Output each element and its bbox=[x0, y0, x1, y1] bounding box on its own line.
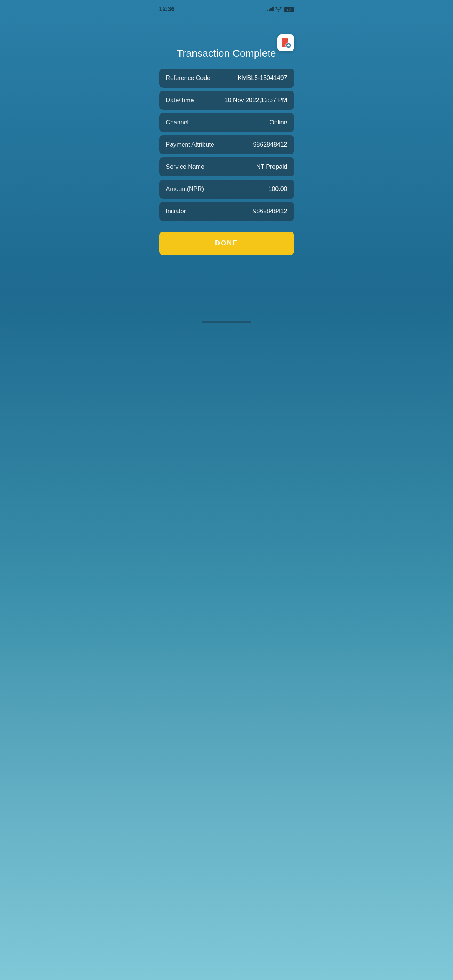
table-row: Reference Code KMBL5-15041497 bbox=[159, 69, 294, 88]
table-row: Service Name NT Prepaid bbox=[159, 157, 294, 176]
detail-value-service-name: NT Prepaid bbox=[256, 163, 287, 170]
detail-value-payment-attribute: 9862848412 bbox=[253, 141, 287, 148]
done-button[interactable]: DONE bbox=[159, 232, 294, 255]
detail-value-channel: Online bbox=[269, 119, 287, 126]
detail-label-amount: Amount(NPR) bbox=[166, 186, 204, 193]
detail-label-reference: Reference Code bbox=[166, 75, 211, 82]
detail-value-initiator: 9862848412 bbox=[253, 208, 287, 215]
table-row: Date/Time 10 Nov 2022,12:37 PM bbox=[159, 91, 294, 110]
battery-icon: 73 bbox=[284, 7, 294, 12]
detail-label-initiator: Initiator bbox=[166, 208, 186, 215]
wifi-icon bbox=[275, 7, 282, 12]
table-row: Initiator 9862848412 bbox=[159, 202, 294, 221]
detail-label-datetime: Date/Time bbox=[166, 97, 194, 104]
detail-label-payment-attribute: Payment Attribute bbox=[166, 141, 214, 148]
signal-icon bbox=[267, 7, 274, 11]
detail-value-datetime: 10 Nov 2022,12:37 PM bbox=[225, 97, 287, 104]
detail-value-reference: KMBL5-15041497 bbox=[238, 75, 287, 82]
status-time: 12:36 bbox=[159, 6, 175, 13]
status-icons: 73 bbox=[267, 7, 294, 12]
detail-label-service-name: Service Name bbox=[166, 163, 204, 170]
table-row: Channel Online bbox=[159, 113, 294, 132]
pdf-download-button[interactable] bbox=[277, 34, 294, 51]
transaction-details: Reference Code KMBL5-15041497 Date/Time … bbox=[152, 69, 302, 221]
detail-value-amount: 100.00 bbox=[269, 186, 287, 193]
table-row: Payment Attribute 9862848412 bbox=[159, 135, 294, 154]
pdf-icon bbox=[280, 38, 291, 48]
svg-rect-1 bbox=[283, 41, 287, 41]
detail-label-channel: Channel bbox=[166, 119, 189, 126]
status-bar: 12:36 73 bbox=[152, 0, 302, 17]
svg-rect-2 bbox=[283, 42, 285, 42]
home-indicator bbox=[202, 321, 251, 323]
table-row: Amount(NPR) 100.00 bbox=[159, 180, 294, 199]
